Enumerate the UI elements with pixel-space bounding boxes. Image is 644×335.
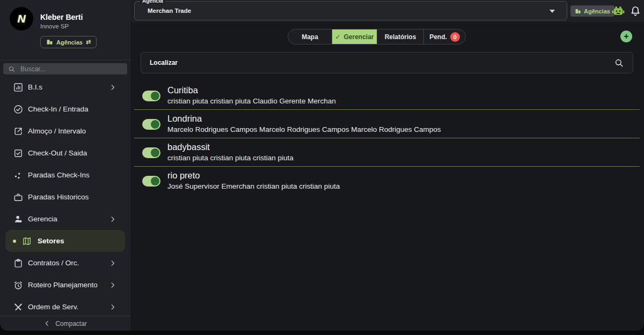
alarm-clock-icon bbox=[13, 280, 25, 291]
building-icon bbox=[575, 8, 581, 14]
sidebar-item-label: Roteiro Planejamento bbox=[28, 281, 98, 289]
topbar-agencias-button[interactable]: Agências bbox=[570, 5, 614, 17]
sector-row-rio-preto: rio preto José Supervisor Emerchan crist… bbox=[134, 167, 640, 195]
sector-subtitle: cristian piuta cristian piuta Claudio Ge… bbox=[167, 97, 336, 105]
sidebar-item-almoco[interactable]: Almoço / Intervalo bbox=[0, 120, 130, 142]
agency-select-value: Merchan Trade bbox=[148, 8, 191, 14]
building-icon bbox=[46, 39, 53, 46]
sidebar-search[interactable] bbox=[3, 63, 127, 75]
sidebar-search-input[interactable] bbox=[20, 65, 122, 73]
plus-icon: + bbox=[624, 32, 628, 41]
sidebar-item-checkout[interactable]: Check-Out / Saida bbox=[0, 142, 130, 164]
bar-chart-icon bbox=[13, 82, 25, 93]
tab-relatorios[interactable]: Relatórios bbox=[377, 29, 424, 44]
add-button[interactable]: + bbox=[620, 31, 632, 42]
toggle-switch[interactable] bbox=[142, 91, 160, 101]
sidebar-item-label: Paradas Historicos bbox=[28, 193, 89, 201]
toggle-knob-icon bbox=[151, 177, 159, 185]
search-icon[interactable] bbox=[614, 58, 624, 68]
toggle-knob-icon bbox=[151, 148, 159, 157]
topbar: Agência Merchan Trade Agências bbox=[130, 0, 644, 22]
sector-text: Londrina Marcelo Rodrigues Campos Marcel… bbox=[167, 114, 441, 133]
tab-label: Mapa bbox=[302, 33, 318, 41]
topbar-agencias-label: Agências bbox=[584, 8, 610, 14]
sector-row-curitiba: Curitiba cristian piuta cristian piuta C… bbox=[134, 81, 640, 110]
dots-cluster-icon bbox=[13, 170, 25, 181]
swap-arrows-icon: ⇄ bbox=[86, 39, 91, 46]
sidebar-item-setores[interactable]: Setores bbox=[5, 230, 125, 252]
tab-label: Pend. bbox=[429, 33, 447, 41]
app-window: N Kleber Berti Innove SP Agências ⇄ bbox=[0, 0, 644, 335]
sidebar-item-roteiro[interactable]: Roteiro Planejamento bbox=[0, 274, 130, 296]
toggle-switch[interactable] bbox=[142, 176, 160, 187]
sidebar-item-label: Contratos / Orc. bbox=[28, 259, 79, 267]
sidebar-item-checkin[interactable]: Check-In / Entrada bbox=[0, 98, 130, 120]
active-dot-icon bbox=[13, 240, 16, 243]
tab-gerenciar[interactable]: ✓ Gerenciar bbox=[332, 29, 377, 44]
tab-label: Gerenciar bbox=[344, 33, 374, 41]
avatar-logo: N bbox=[17, 12, 25, 25]
sector-text: badybassit cristian piuta cristian piuta… bbox=[167, 142, 294, 162]
sidebar-item-gerencia[interactable]: Gerencia bbox=[0, 208, 130, 230]
person-icon bbox=[13, 214, 25, 225]
localizar-search-field[interactable]: Localizar bbox=[141, 52, 633, 73]
tab-group: Mapa ✓ Gerenciar Relatórios Pend. 0 bbox=[288, 29, 466, 44]
sidebar-item-paradas-historicos[interactable]: Paradas Historicos bbox=[0, 186, 130, 208]
sector-subtitle: José Supervisor Emerchan cristian piuta … bbox=[167, 182, 340, 190]
check-icon: ✓ bbox=[335, 33, 340, 41]
tab-mapa[interactable]: Mapa bbox=[288, 29, 332, 44]
toggle-knob-icon bbox=[151, 92, 159, 100]
exit-box-icon bbox=[13, 126, 25, 137]
robot-icon[interactable] bbox=[611, 4, 625, 18]
sidebar-item-label: Ordem de Serv. bbox=[28, 303, 78, 311]
sector-title: Curitiba bbox=[167, 85, 336, 95]
sector-subtitle: cristian piuta cristian piuta cristian p… bbox=[167, 154, 294, 162]
search-icon bbox=[8, 65, 16, 73]
check-circle-icon bbox=[13, 104, 25, 115]
bell-icon[interactable] bbox=[629, 5, 642, 18]
agency-select-label: Agência bbox=[140, 0, 165, 4]
user-name: Kleber Berti bbox=[40, 13, 83, 21]
sidebar-item-bis[interactable]: B.I.s bbox=[0, 76, 130, 98]
sector-title: rio preto bbox=[167, 170, 340, 181]
chevron-right-icon bbox=[109, 303, 116, 311]
sidebar-item-ordem-serv[interactable]: Ordem de Serv. bbox=[0, 296, 130, 316]
main-content: Mapa ✓ Gerenciar Relatórios Pend. 0 + Lo… bbox=[130, 22, 644, 331]
sidebar-item-label: Check-In / Entrada bbox=[28, 105, 89, 113]
chevron-right-icon bbox=[109, 281, 116, 289]
localizar-label: Localizar bbox=[150, 59, 178, 66]
toggle-switch[interactable] bbox=[142, 147, 160, 158]
sidebar-item-label: Check-Out / Saida bbox=[28, 149, 87, 157]
toggle-switch[interactable] bbox=[142, 119, 160, 130]
dropdown-arrow-icon bbox=[550, 10, 555, 13]
sidebar-item-contratos[interactable]: Contratos / Orc. bbox=[0, 252, 130, 274]
app-surface: N Kleber Berti Innove SP Agências ⇄ bbox=[0, 0, 644, 331]
chevron-right-icon bbox=[109, 215, 116, 223]
sector-subtitle: Marcelo Rodrigues Campos Marcelo Rodrigu… bbox=[167, 125, 441, 133]
avatar: N bbox=[10, 7, 33, 31]
sidebar-item-paradas-checkins[interactable]: Paradas Check-Ins bbox=[0, 164, 130, 186]
tools-icon bbox=[13, 302, 25, 312]
tab-pendencias[interactable]: Pend. 0 bbox=[424, 29, 465, 44]
sidebar-agencias-label: Agências bbox=[56, 39, 83, 46]
chevron-right-icon bbox=[109, 259, 116, 267]
sidebar-agencias-button[interactable]: Agências ⇄ bbox=[40, 36, 97, 48]
sector-text: rio preto José Supervisor Emerchan crist… bbox=[167, 170, 340, 190]
sidebar-item-label: Setores bbox=[38, 237, 64, 245]
sector-row-badybassit: badybassit cristian piuta cristian piuta… bbox=[134, 138, 640, 167]
sidebar-compact-button[interactable]: Compactar bbox=[0, 316, 130, 331]
sector-row-londrina: Londrina Marcelo Rodrigues Campos Marcel… bbox=[134, 110, 640, 138]
sector-list: Curitiba cristian piuta cristian piuta C… bbox=[134, 81, 640, 195]
sidebar-item-label: Gerencia bbox=[28, 215, 57, 223]
sidebar-item-label: Almoço / Intervalo bbox=[28, 127, 86, 135]
sector-text: Curitiba cristian piuta cristian piuta C… bbox=[167, 85, 336, 105]
briefcase-icon bbox=[13, 192, 25, 203]
toggle-knob-icon bbox=[151, 120, 159, 129]
sidebar: N Kleber Berti Innove SP Agências ⇄ bbox=[0, 0, 130, 331]
agency-select[interactable]: Agência Merchan Trade bbox=[134, 1, 567, 20]
sidebar-user-header: N Kleber Berti Innove SP Agências ⇄ bbox=[0, 0, 130, 60]
tab-label: Relatórios bbox=[385, 33, 416, 41]
chevron-left-icon bbox=[43, 320, 50, 327]
sidebar-item-label: B.I.s bbox=[28, 83, 42, 91]
compact-label: Compactar bbox=[55, 320, 87, 327]
